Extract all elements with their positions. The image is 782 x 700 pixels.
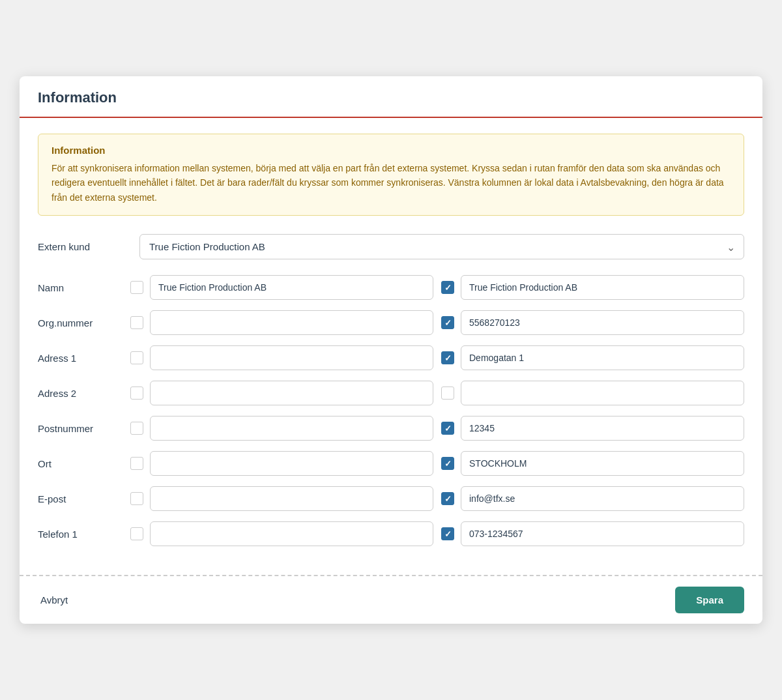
extern-kund-select-wrapper[interactable]: True Fiction Production AB — [139, 234, 744, 259]
col-right-4 — [441, 416, 744, 441]
left-checkbox-0[interactable] — [130, 281, 143, 294]
col-left-3 — [130, 381, 433, 405]
modal-container: Information Information För att synkroni… — [20, 76, 762, 624]
left-input-6[interactable] — [150, 486, 433, 511]
data-row: Namn — [38, 275, 744, 300]
col-right-1 — [441, 310, 744, 335]
data-row: Telefon 1 — [38, 521, 744, 546]
extern-kund-select[interactable]: True Fiction Production AB — [139, 234, 744, 259]
left-input-4[interactable] — [150, 416, 433, 441]
modal-title: Information — [38, 89, 744, 106]
col-left-2 — [130, 345, 433, 370]
col-right-2 — [441, 345, 744, 370]
right-checkbox-5[interactable] — [441, 457, 454, 470]
left-checkbox-4[interactable] — [130, 422, 143, 435]
right-input-2[interactable] — [461, 345, 744, 370]
row-label-4: Postnummer — [38, 423, 123, 434]
col-left-4 — [130, 416, 433, 441]
row-label-2: Adress 1 — [38, 353, 123, 364]
data-row: Postnummer — [38, 416, 744, 441]
col-left-5 — [130, 451, 433, 476]
right-checkbox-3[interactable] — [441, 386, 454, 400]
row-label-6: E-post — [38, 493, 123, 504]
row-label-7: Telefon 1 — [38, 529, 123, 540]
extern-kund-label: Extern kund — [38, 241, 129, 252]
col-left-6 — [130, 486, 433, 511]
left-input-3[interactable] — [150, 381, 433, 405]
col-right-5 — [441, 451, 744, 476]
left-checkbox-3[interactable] — [130, 386, 143, 400]
col-right-3 — [441, 381, 744, 405]
right-checkbox-6[interactable] — [441, 492, 454, 505]
right-checkbox-0[interactable] — [441, 281, 454, 294]
data-rows: Namn Org.nummer Adress 1 — [38, 275, 744, 546]
right-input-6[interactable] — [461, 486, 744, 511]
right-input-3[interactable] — [461, 381, 744, 405]
col-left-0 — [130, 275, 433, 300]
col-right-0 — [441, 275, 744, 300]
row-label-0: Namn — [38, 282, 123, 293]
left-checkbox-7[interactable] — [130, 527, 143, 540]
right-input-4[interactable] — [461, 416, 744, 441]
right-input-5[interactable] — [461, 451, 744, 476]
left-checkbox-5[interactable] — [130, 457, 143, 470]
col-right-6 — [441, 486, 744, 511]
right-checkbox-4[interactable] — [441, 422, 454, 435]
left-input-1[interactable] — [150, 310, 433, 335]
modal-body: Information För att synkronisera informa… — [20, 118, 762, 562]
row-label-5: Ort — [38, 458, 123, 469]
data-row: E-post — [38, 486, 744, 511]
right-checkbox-7[interactable] — [441, 527, 454, 540]
left-checkbox-2[interactable] — [130, 351, 143, 364]
left-input-2[interactable] — [150, 345, 433, 370]
save-button[interactable]: Spara — [675, 587, 744, 613]
cancel-button[interactable]: Avbryt — [38, 589, 70, 611]
right-input-7[interactable] — [461, 521, 744, 546]
row-label-1: Org.nummer — [38, 317, 123, 328]
data-row: Org.nummer — [38, 310, 744, 335]
col-left-7 — [130, 521, 433, 546]
col-right-7 — [441, 521, 744, 546]
left-checkbox-1[interactable] — [130, 316, 143, 329]
info-box-text: För att synkronisera information mellan … — [51, 161, 731, 205]
data-row: Adress 2 — [38, 381, 744, 405]
extern-kund-row: Extern kund True Fiction Production AB — [38, 234, 744, 259]
left-checkbox-6[interactable] — [130, 492, 143, 505]
info-box: Information För att synkronisera informa… — [38, 134, 744, 216]
data-row: Ort — [38, 451, 744, 476]
left-input-7[interactable] — [150, 521, 433, 546]
left-input-5[interactable] — [150, 451, 433, 476]
right-checkbox-1[interactable] — [441, 316, 454, 329]
left-input-0[interactable] — [150, 275, 433, 300]
col-left-1 — [130, 310, 433, 335]
right-input-0[interactable] — [461, 275, 744, 300]
modal-footer: Avbryt Spara — [20, 575, 762, 624]
right-checkbox-2[interactable] — [441, 351, 454, 364]
modal-header: Information — [20, 76, 762, 118]
info-box-title: Information — [51, 145, 731, 156]
right-input-1[interactable] — [461, 310, 744, 335]
row-label-3: Adress 2 — [38, 388, 123, 399]
data-row: Adress 1 — [38, 345, 744, 370]
